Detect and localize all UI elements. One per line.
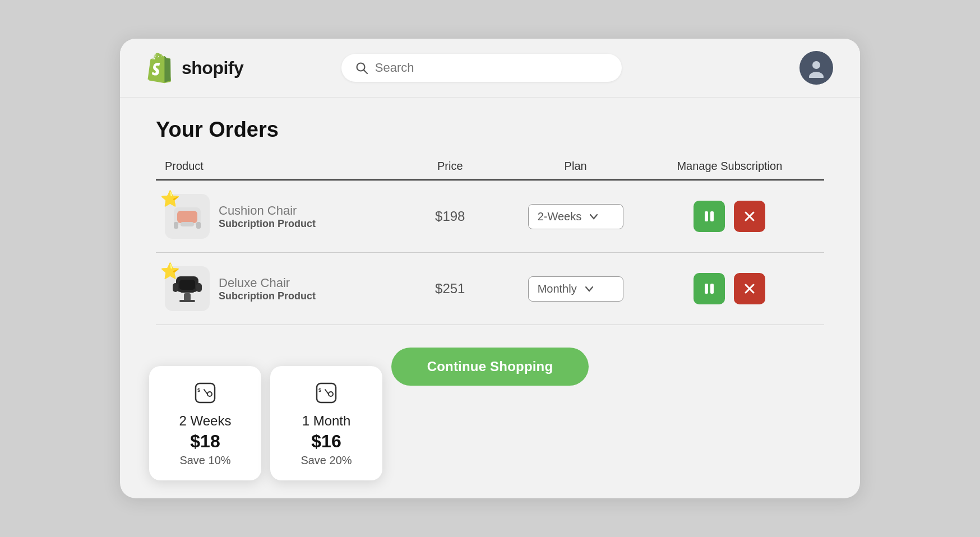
star-badge-2: ⭐ <box>160 262 180 280</box>
search-icon <box>355 61 368 75</box>
popup-price-2: $16 <box>286 431 367 452</box>
shopify-logo-text: shopify <box>182 58 243 78</box>
header: shopify <box>120 39 860 98</box>
subscription-icon-2: $ <box>286 382 367 409</box>
svg-rect-15 <box>184 293 191 301</box>
svg-rect-20 <box>196 283 202 292</box>
pause-button-1[interactable] <box>694 201 725 232</box>
orders-table: Product Price Plan Manage Subscription ⭐ <box>156 160 824 325</box>
search-input[interactable] <box>375 61 608 75</box>
popup-card-1month: $ 1 Month $16 Save 20% <box>270 366 382 480</box>
logo-area: shopify <box>147 52 243 84</box>
manage-cell-1 <box>644 201 815 232</box>
plan-value-1: 2-Weeks <box>538 210 582 223</box>
price-cell-2: $251 <box>393 281 507 297</box>
content: Your Orders Product Price Plan Manage Su… <box>120 98 860 413</box>
svg-rect-19 <box>173 283 178 292</box>
popup-price-1: $18 <box>165 431 246 452</box>
chevron-down-icon-2 <box>584 283 595 294</box>
search-bar[interactable] <box>341 54 622 82</box>
svg-rect-18 <box>179 280 195 290</box>
pause-icon-2 <box>701 281 717 297</box>
svg-text:$: $ <box>318 387 321 393</box>
product-tag-2: Subcription Product <box>219 290 316 302</box>
svg-rect-11 <box>710 211 714 221</box>
pause-button-2[interactable] <box>694 273 725 304</box>
x-icon-2 <box>742 281 757 297</box>
shopify-logo-icon <box>147 52 176 84</box>
product-name-1: Cushion Chair <box>219 203 316 218</box>
svg-text:$: $ <box>197 387 200 393</box>
user-account-button[interactable] <box>799 51 833 85</box>
plan-dropdown-2[interactable]: Monthly <box>528 276 623 302</box>
svg-rect-6 <box>177 211 197 223</box>
svg-rect-7 <box>174 222 178 229</box>
plan-dropdown-1[interactable]: 2-Weeks <box>528 204 623 229</box>
svg-point-3 <box>812 61 820 69</box>
chevron-down-icon-1 <box>588 211 599 222</box>
table-row: ⭐ Deluxe Ch <box>156 253 824 325</box>
popup-save-1: Save 10% <box>165 454 246 467</box>
col-price: Price <box>393 160 507 173</box>
product-info-2: Deluxe Chair Subcription Product <box>219 276 316 302</box>
col-product: Product <box>165 160 393 173</box>
price-cell-1: $198 <box>393 209 507 224</box>
col-manage: Manage Subscription <box>644 160 815 173</box>
x-icon-1 <box>742 209 757 224</box>
svg-point-4 <box>809 72 824 78</box>
svg-rect-22 <box>710 284 714 294</box>
table-header: Product Price Plan Manage Subscription <box>156 160 824 180</box>
product-name-2: Deluxe Chair <box>219 276 316 290</box>
product-tag-1: Subcription Product <box>219 218 316 230</box>
svg-rect-8 <box>196 222 201 229</box>
plan-value-2: Monthly <box>538 283 577 295</box>
svg-point-26 <box>207 392 212 396</box>
svg-point-29 <box>329 392 333 396</box>
svg-rect-16 <box>179 300 195 302</box>
product-info-1: Cushion Chair Subcription Product <box>219 203 316 230</box>
popup-duration-2: 1 Month <box>286 413 367 429</box>
popup-card-2weeks: $ 2 Weeks $18 Save 10% <box>149 366 261 480</box>
user-icon <box>806 58 826 78</box>
star-badge-1: ⭐ <box>160 189 180 208</box>
cancel-button-1[interactable] <box>734 201 765 232</box>
plan-cell-1: 2-Weeks <box>507 204 644 229</box>
popup-save-2: Save 20% <box>286 454 367 467</box>
cancel-button-2[interactable] <box>734 273 765 304</box>
svg-line-2 <box>363 70 367 74</box>
manage-cell-2 <box>644 273 815 304</box>
col-plan: Plan <box>507 160 644 173</box>
svg-rect-21 <box>705 284 708 294</box>
product-cell-2: ⭐ Deluxe Ch <box>165 266 393 311</box>
continue-shopping-button[interactable]: Continue Shopping <box>391 348 589 386</box>
main-card: shopify Your Orders Product Price Plan <box>120 39 860 498</box>
pause-icon-1 <box>701 209 717 224</box>
svg-rect-10 <box>705 211 708 221</box>
popup-duration-1: 2 Weeks <box>165 413 246 429</box>
svg-rect-9 <box>181 222 194 226</box>
page-title: Your Orders <box>156 118 824 142</box>
product-cell-1: ⭐ Cushion Chair Subcription P <box>165 194 393 239</box>
plan-cell-2: Monthly <box>507 276 644 302</box>
table-row: ⭐ Cushion Chair Subcription P <box>156 180 824 253</box>
subscription-icon-1: $ <box>165 382 246 409</box>
popup-overlay: $ 2 Weeks $18 Save 10% $ 1 Month $16 Sav… <box>149 366 382 480</box>
